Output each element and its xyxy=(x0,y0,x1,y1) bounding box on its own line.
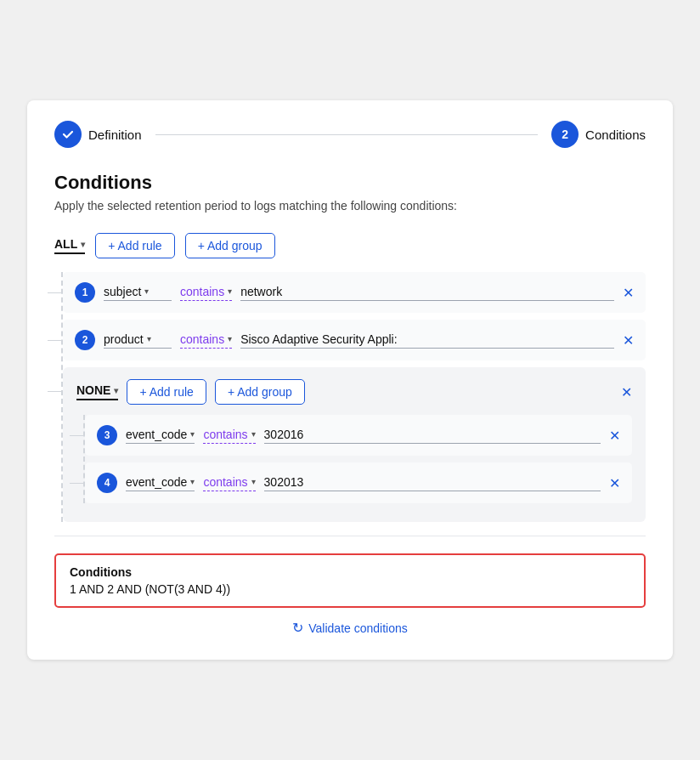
conditions-summary-title: Conditions xyxy=(70,565,630,579)
rule-2-operator-dropdown[interactable]: contains ▾ xyxy=(180,332,232,349)
rule-2-value: Sisco Adaptive Security Appli: xyxy=(240,332,614,349)
sub-add-rule-button[interactable]: + Add rule xyxy=(127,379,206,405)
step-conditions: 2 Conditions xyxy=(551,121,646,148)
rule-3-close-button[interactable]: ✕ xyxy=(609,428,620,444)
rules-container: 1 subject ▾ contains ▾ network ✕ 2 produ… xyxy=(61,272,646,522)
divider xyxy=(54,536,646,536)
all-dropdown[interactable]: ALL ▾ xyxy=(54,237,85,254)
rule-number-2: 2 xyxy=(75,330,95,350)
step-definition-circle xyxy=(54,121,82,148)
top-toolbar: ALL ▾ + Add rule + Add group xyxy=(54,233,646,258)
step-conditions-circle: 2 xyxy=(551,121,579,148)
rule-row-2: 2 product ▾ contains ▾ Sisco Adaptive Se… xyxy=(63,320,646,360)
refresh-icon: ↻ xyxy=(292,620,303,636)
step-definition: Definition xyxy=(54,121,142,148)
stepper: Definition 2 Conditions xyxy=(54,121,646,148)
rule-1-close-button[interactable]: ✕ xyxy=(623,285,634,301)
conditions-summary-expression: 1 AND 2 AND (NOT(3 AND 4)) xyxy=(70,582,630,596)
rule-number-4: 4 xyxy=(97,473,117,493)
rule-4-field-dropdown[interactable]: event_code ▾ xyxy=(126,475,195,491)
main-card: Definition 2 Conditions Conditions Apply… xyxy=(27,100,673,660)
rule-2-operator-chevron-icon: ▾ xyxy=(228,334,232,343)
rule-row-3: 3 event_code ▾ contains ▾ 302016 ✕ xyxy=(85,415,632,456)
rule-1-value: network xyxy=(240,285,614,301)
page-title: Conditions xyxy=(54,172,646,194)
top-add-rule-button[interactable]: + Add rule xyxy=(95,233,174,258)
rule-2-field-chevron-icon: ▾ xyxy=(147,334,151,343)
rule-3-field-chevron-icon: ▾ xyxy=(190,429,195,439)
step-conditions-label: Conditions xyxy=(585,128,646,142)
sub-group-close-button[interactable]: ✕ xyxy=(621,384,632,400)
sub-group-toolbar: NONE ▾ + Add rule + Add group ✕ xyxy=(76,379,632,405)
rule-2-field-dropdown[interactable]: product ▾ xyxy=(104,332,172,349)
page-subtitle: Apply the selected retention period to l… xyxy=(54,199,646,213)
sub-group-rules: 3 event_code ▾ contains ▾ 302016 ✕ xyxy=(83,415,632,503)
rule-4-value: 302013 xyxy=(264,475,601,491)
rule-3-field-dropdown[interactable]: event_code ▾ xyxy=(126,428,195,444)
none-chevron-icon: ▾ xyxy=(114,386,118,395)
rule-2-close-button[interactable]: ✕ xyxy=(623,332,634,349)
sub-add-group-button[interactable]: + Add group xyxy=(215,379,305,405)
rule-1-field-chevron-icon: ▾ xyxy=(144,286,149,296)
rule-1-operator-dropdown[interactable]: contains ▾ xyxy=(180,285,232,301)
rule-3-operator-chevron-icon: ▾ xyxy=(251,429,256,439)
conditions-summary-box: Conditions 1 AND 2 AND (NOT(3 AND 4)) xyxy=(54,553,646,608)
rule-number-1: 1 xyxy=(75,282,95,303)
validate-conditions-button[interactable]: ↻ Validate conditions xyxy=(292,620,407,636)
rule-number-3: 3 xyxy=(97,425,117,445)
top-add-group-button[interactable]: + Add group xyxy=(185,233,275,258)
rule-4-operator-chevron-icon: ▾ xyxy=(251,477,256,486)
rule-1-operator-chevron-icon: ▾ xyxy=(228,286,232,296)
rule-3-operator-dropdown[interactable]: contains ▾ xyxy=(203,428,255,444)
stepper-line xyxy=(155,134,539,135)
rule-1-field-dropdown[interactable]: subject ▾ xyxy=(104,285,172,301)
rule-4-field-chevron-icon: ▾ xyxy=(190,477,195,486)
none-dropdown[interactable]: NONE ▾ xyxy=(76,383,118,400)
step-definition-label: Definition xyxy=(88,128,142,142)
rule-row-4: 4 event_code ▾ contains ▾ 302013 ✕ xyxy=(85,462,632,503)
rule-4-operator-dropdown[interactable]: contains ▾ xyxy=(203,475,255,491)
all-chevron-icon: ▾ xyxy=(81,240,85,249)
rule-3-value: 302016 xyxy=(264,428,601,444)
sub-group: NONE ▾ + Add rule + Add group ✕ 3 event_… xyxy=(63,367,646,522)
rule-row-1: 1 subject ▾ contains ▾ network ✕ xyxy=(63,272,646,313)
rule-4-close-button[interactable]: ✕ xyxy=(609,475,620,491)
